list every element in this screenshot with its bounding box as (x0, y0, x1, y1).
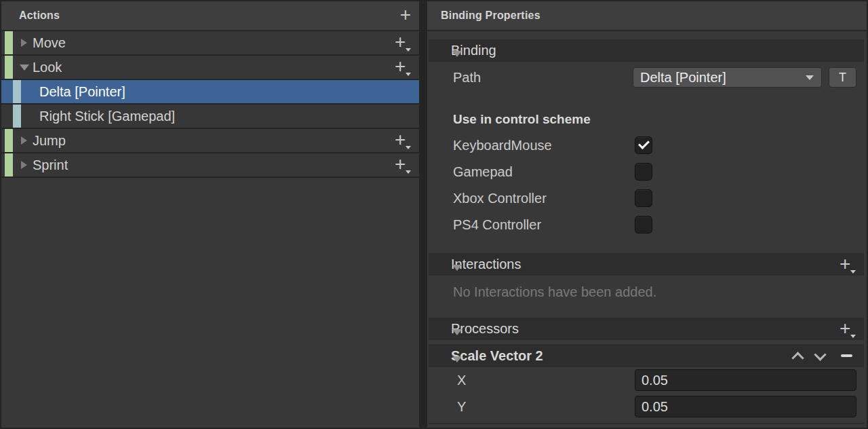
action-label: Move (33, 35, 66, 51)
scale-x-row: X (427, 369, 867, 391)
scheme-row-ps4-controller: PS4 Controller (427, 216, 867, 234)
input-actions-window: Actions + Move + Look + (0, 0, 868, 429)
text-mode-toggle-button[interactable]: T (829, 67, 856, 88)
caret-down-icon (850, 270, 856, 274)
binding-properties-header: Binding Properties (427, 1, 867, 31)
path-dropdown[interactable]: Delta [Pointer] (633, 67, 822, 88)
plus-icon: + (840, 255, 850, 273)
scheme-row-gamepad: Gamepad (427, 163, 867, 181)
path-row: Path Delta [Pointer] T (427, 67, 867, 88)
action-row-look[interactable]: Look + (1, 56, 419, 80)
action-label: Jump (33, 133, 66, 149)
processors-section-header[interactable]: Processors + (429, 318, 864, 340)
checkmark-icon (638, 138, 650, 149)
actions-tree: Move + Look + Delta [Pointer] (1, 31, 419, 178)
add-binding-button[interactable]: + (395, 155, 410, 174)
remove-processor-button[interactable] (841, 354, 852, 357)
action-color-strip (5, 129, 13, 152)
action-color-strip (5, 56, 13, 79)
add-action-button[interactable]: + (400, 6, 411, 24)
plus-icon: + (395, 155, 406, 173)
expand-arrow-icon[interactable] (20, 62, 29, 72)
plus-icon: + (395, 131, 406, 149)
add-binding-button[interactable]: + (395, 131, 410, 150)
keyboardmouse-checkbox[interactable] (635, 136, 652, 154)
caret-down-icon (406, 170, 411, 174)
scheme-label: Gamepad (453, 164, 513, 180)
plus-icon: + (395, 33, 406, 51)
add-binding-button[interactable]: + (395, 58, 410, 77)
expand-arrow-icon[interactable] (452, 57, 462, 67)
binding-label: Delta [Pointer] (39, 84, 125, 100)
scheme-row-xbox-controller: Xbox Controller (427, 189, 867, 207)
t-button-label: T (839, 71, 846, 85)
scale-vector2-title: Scale Vector 2 (451, 348, 543, 364)
expand-arrow-icon[interactable] (452, 335, 462, 345)
dropdown-caret-icon (806, 75, 814, 80)
scheme-label: KeyboardMouse (453, 138, 552, 153)
caret-down-icon (850, 335, 856, 338)
expand-arrow-icon[interactable] (452, 271, 462, 280)
path-label: Path (453, 70, 481, 86)
scheme-row-keyboardmouse: KeyboardMouse (427, 136, 867, 154)
scheme-label: Xbox Controller (453, 191, 547, 206)
add-binding-button[interactable]: + (395, 33, 410, 52)
binding-row-delta-pointer[interactable]: Delta [Pointer] (1, 80, 419, 105)
x-label: X (457, 373, 466, 388)
binding-properties-title: Binding Properties (441, 10, 540, 22)
gamepad-checkbox[interactable] (635, 163, 652, 181)
action-color-strip (5, 31, 13, 54)
binding-properties-panel: Binding Properties Binding Path Delta [P… (427, 1, 867, 428)
plus-icon: + (840, 320, 850, 337)
action-row-jump[interactable]: Jump + (1, 129, 419, 153)
action-label: Sprint (33, 157, 68, 173)
collapse-arrow-icon[interactable] (20, 38, 29, 48)
plus-icon: + (400, 4, 411, 25)
move-processor-down-button[interactable] (814, 348, 826, 360)
scale-vector2-header[interactable]: Scale Vector 2 (429, 344, 864, 367)
binding-label: Right Stick [Gamepad] (39, 109, 175, 124)
scale-y-row: Y (427, 396, 867, 417)
ps4-controller-checkbox[interactable] (635, 216, 652, 234)
binding-section-header[interactable]: Binding (429, 39, 864, 62)
actions-panel: Actions + Move + Look + (1, 1, 419, 428)
caret-down-icon (406, 73, 411, 76)
add-processor-button[interactable]: + (840, 320, 854, 339)
control-scheme-heading: Use in control scheme (453, 112, 867, 127)
binding-color-strip (13, 105, 21, 128)
interactions-section-header[interactable]: Interactions + (429, 253, 864, 276)
section-divider (429, 423, 864, 424)
plus-icon: + (395, 58, 406, 75)
interactions-empty-message: No Interactions have been added. (453, 284, 867, 300)
action-row-sprint[interactable]: Sprint + (1, 153, 419, 178)
binding-row-right-stick-gamepad[interactable]: Right Stick [Gamepad] (1, 105, 419, 129)
caret-down-icon (406, 48, 411, 52)
actions-panel-title: Actions (19, 10, 60, 22)
y-label: Y (457, 399, 466, 415)
collapse-arrow-icon[interactable] (20, 136, 29, 145)
action-color-strip (5, 153, 13, 176)
action-row-move[interactable]: Move + (1, 31, 419, 56)
action-label: Look (33, 60, 62, 75)
collapse-arrow-icon[interactable] (20, 160, 29, 170)
scheme-label: PS4 Controller (453, 217, 541, 233)
add-interaction-button[interactable]: + (840, 255, 854, 274)
x-value-input[interactable] (635, 369, 856, 391)
y-value-input[interactable] (635, 396, 856, 417)
actions-panel-header: Actions + (1, 1, 419, 31)
binding-color-strip (13, 80, 21, 103)
path-dropdown-value: Delta [Pointer] (640, 70, 726, 86)
xbox-controller-checkbox[interactable] (635, 189, 652, 207)
move-processor-up-button[interactable] (791, 352, 804, 364)
caret-down-icon (406, 146, 411, 149)
